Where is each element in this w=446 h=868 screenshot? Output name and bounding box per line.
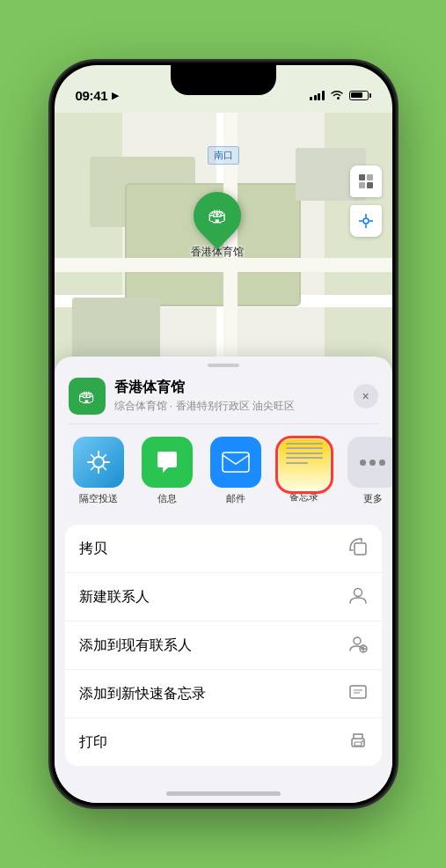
venue-pin-icon: 🏟 <box>208 204 227 227</box>
venue-header: 🏟 香港体育馆 综合体育馆 · 香港特别行政区 油尖旺区 × <box>55 367 392 423</box>
wifi-icon <box>330 90 344 100</box>
notes-label: 备忘录 <box>289 490 318 504</box>
action-print-label: 打印 <box>79 733 107 752</box>
svg-rect-11 <box>355 543 366 555</box>
mail-label: 邮件 <box>226 492 245 505</box>
svg-point-13 <box>354 637 361 644</box>
svg-rect-1 <box>367 174 373 180</box>
venue-pin[interactable]: 🏟 香港体育馆 <box>191 192 244 260</box>
copy-icon <box>348 537 368 560</box>
notch <box>171 65 276 95</box>
svg-point-4 <box>363 218 369 224</box>
venue-desc-text: 综合体育馆 · 香港特别行政区 油尖旺区 <box>114 399 354 414</box>
svg-rect-2 <box>359 182 365 188</box>
share-item-notes[interactable]: 备忘录 <box>273 439 336 504</box>
venue-name-text: 香港体育馆 <box>114 379 354 397</box>
action-add-existing-label: 添加到现有联系人 <box>79 636 192 655</box>
action-new-contact-label: 新建联系人 <box>79 588 150 607</box>
action-copy-label: 拷贝 <box>79 540 107 558</box>
svg-rect-3 <box>367 182 373 188</box>
svg-rect-10 <box>223 452 249 472</box>
svg-rect-17 <box>350 686 366 698</box>
action-new-contact[interactable]: 新建联系人 <box>65 573 382 622</box>
action-print[interactable]: 打印 <box>65 718 382 766</box>
action-list: 拷贝 新建联系人 添加到现有联系人 <box>65 525 382 766</box>
messages-icon <box>142 437 193 488</box>
map-location-label: 南口 <box>208 146 239 165</box>
more-label: 更多 <box>363 492 383 505</box>
status-icons <box>310 90 371 100</box>
phone-screen: 09:41 ▶ <box>55 65 392 803</box>
close-button[interactable]: × <box>354 384 378 408</box>
share-item-mail[interactable]: 邮件 <box>204 437 267 505</box>
mail-icon <box>210 437 261 488</box>
bottom-sheet: 🏟 香港体育馆 综合体育馆 · 香港特别行政区 油尖旺区 × 隔空投送 <box>55 357 392 803</box>
svg-point-12 <box>354 589 362 597</box>
venue-logo: 🏟 <box>69 378 106 415</box>
svg-rect-21 <box>355 742 362 746</box>
share-item-messages[interactable]: 信息 <box>135 437 199 505</box>
battery-icon <box>349 91 371 100</box>
share-item-airdrop[interactable]: 隔空投送 <box>67 437 130 505</box>
home-bar <box>166 791 281 796</box>
location-button[interactable] <box>350 205 382 237</box>
more-icon <box>347 437 392 488</box>
phone-frame: 09:41 ▶ <box>52 63 395 805</box>
share-item-more[interactable]: 更多 <box>341 437 392 505</box>
messages-label: 信息 <box>157 492 177 505</box>
venue-info: 香港体育馆 综合体育馆 · 香港特别行政区 油尖旺区 <box>114 379 354 414</box>
print-icon <box>348 731 368 754</box>
home-indicator <box>55 773 392 803</box>
action-copy[interactable]: 拷贝 <box>65 525 382 573</box>
action-quick-note[interactable]: 添加到新快速备忘录 <box>65 670 382 718</box>
signal-bars-icon <box>310 91 325 100</box>
airdrop-icon <box>73 437 124 488</box>
location-icon: ▶ <box>112 90 119 101</box>
action-add-existing[interactable]: 添加到现有联系人 <box>65 622 382 670</box>
new-contact-icon <box>348 585 368 608</box>
quick-note-icon <box>348 682 368 705</box>
airdrop-label: 隔空投送 <box>79 492 118 505</box>
action-quick-note-label: 添加到新快速备忘录 <box>79 685 206 703</box>
add-existing-icon <box>348 634 368 657</box>
svg-point-22 <box>362 740 363 742</box>
map-controls <box>350 166 382 237</box>
notes-icon <box>279 439 330 490</box>
svg-rect-0 <box>359 174 365 180</box>
status-time: 09:41 <box>76 88 108 103</box>
share-row: 隔空投送 信息 邮件 <box>55 424 392 518</box>
map-type-button[interactable] <box>350 166 382 197</box>
